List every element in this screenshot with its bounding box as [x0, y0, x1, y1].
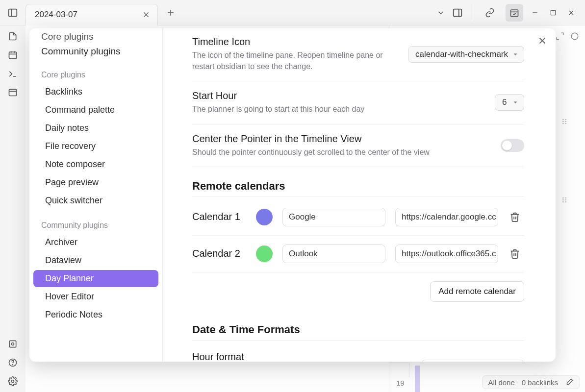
sidebar-item-periodic-notes[interactable]: Periodic Notes	[33, 306, 158, 323]
statusbar: All done 0 backlinks	[482, 375, 580, 389]
setting-title: Center the Pointer in the Timeline View	[192, 133, 491, 145]
file-icon[interactable]	[8, 31, 18, 41]
calendar-name-input[interactable]: Outlook	[282, 245, 385, 263]
timeline-cell	[390, 363, 409, 377]
settings-content[interactable]: Timeline Icon The icon of the timeline p…	[163, 28, 556, 362]
svg-point-29	[562, 121, 564, 122]
calendar-clock-icon[interactable]	[8, 87, 18, 97]
gear-icon[interactable]	[8, 376, 18, 386]
timeline-icon-select[interactable]: calendar-with-checkmark	[408, 46, 524, 63]
trash-icon[interactable]	[508, 212, 522, 222]
svg-marker-42	[514, 102, 517, 104]
center-pointer-toggle[interactable]	[501, 139, 524, 152]
timeline-hour-label: 19	[396, 379, 405, 387]
sidebar-item-page-preview[interactable]: Page preview	[33, 174, 158, 191]
window-close-icon[interactable]	[567, 9, 575, 17]
sidebar-item-backlinks[interactable]: Backlinks	[33, 83, 158, 100]
settings-sidebar[interactable]: Core plugins Community plugins Core plug…	[29, 28, 163, 362]
svg-point-28	[565, 119, 566, 121]
setting-title: Hour format	[192, 351, 411, 362]
status-all-done: All done	[488, 378, 515, 387]
titlebar: 2024-03-07	[0, 0, 585, 25]
svg-rect-8	[511, 10, 518, 16]
separator	[472, 4, 472, 22]
svg-rect-21	[9, 341, 16, 347]
maximize-icon[interactable]	[550, 9, 557, 16]
svg-point-34	[565, 197, 566, 199]
setting-center-pointer: Center the Pointer in the Timeline View …	[192, 124, 524, 167]
trash-icon[interactable]	[508, 248, 522, 259]
new-tab-button[interactable]	[161, 3, 180, 23]
sidebar-item-note-composer[interactable]: Note composer	[33, 156, 158, 173]
minimize-icon[interactable]	[531, 9, 539, 17]
sidebar-item-dataview[interactable]: Dataview	[33, 252, 158, 269]
svg-rect-11	[551, 10, 555, 15]
select-value: 6	[502, 98, 507, 107]
calendar-url-input[interactable]: https://outlook.office365.c	[395, 245, 498, 263]
left-ribbon	[0, 25, 25, 392]
setting-title: Start Hour	[192, 90, 485, 101]
sidebar-item-hover-editor[interactable]: Hover Editor	[33, 288, 158, 305]
svg-rect-6	[454, 9, 462, 16]
chevron-down-icon[interactable]	[436, 8, 445, 17]
calendar-label: Calendar 2	[192, 248, 246, 259]
svg-point-26	[571, 33, 578, 40]
section-remote-calendars: Remote calendars	[192, 167, 524, 197]
sidebar-group-community: Community plugins	[29, 210, 162, 233]
sidebar-item-quick-switcher[interactable]: Quick switcher	[33, 192, 158, 209]
setting-desc: The planner is going to start at this ho…	[192, 103, 485, 115]
vault-icon[interactable]	[8, 339, 18, 349]
sidebar-item-day-planner[interactable]: Day Planner	[33, 270, 158, 287]
calendar-row: Calendar 2Outlookhttps://outlook.office3…	[192, 236, 524, 272]
svg-point-22	[12, 343, 14, 345]
help-icon[interactable]	[8, 358, 18, 368]
calendar-row: Calendar 1Googlehttps://calendar.google.…	[192, 199, 524, 236]
link-icon[interactable]	[481, 4, 499, 22]
svg-point-37	[562, 201, 564, 203]
drag-handle-icon[interactable]	[560, 196, 568, 204]
svg-rect-0	[9, 9, 17, 16]
calendar-label: Calendar 1	[192, 211, 246, 222]
calendar-url-input[interactable]: https://calendar.google.cc	[395, 208, 498, 226]
sidebar-item-file-recovery[interactable]: File recovery	[33, 138, 158, 155]
timeline-marker	[415, 366, 420, 392]
toggle-right-sidebar-icon[interactable]	[452, 7, 463, 18]
expand-icon[interactable]	[556, 32, 564, 41]
sidebar-partial-top[interactable]: Core plugins	[29, 28, 162, 43]
svg-marker-41	[514, 53, 517, 55]
edit-icon[interactable]	[565, 378, 574, 387]
tab-title: 2024-03-07	[35, 10, 77, 20]
status-backlinks: 0 backlinks	[522, 378, 558, 387]
calendar-name-input[interactable]: Google	[282, 208, 385, 226]
svg-point-25	[12, 380, 14, 383]
hour-format-input[interactable]: H	[421, 360, 524, 362]
calendar-icon[interactable]	[8, 50, 18, 60]
setting-title: Timeline Icon	[192, 36, 398, 48]
sidebar-group-core: Core plugins	[29, 60, 162, 82]
sidebar-item-archiver[interactable]: Archiver	[33, 234, 158, 251]
setting-desc: Should the pointer continuously get scro…	[192, 147, 491, 158]
svg-point-31	[562, 123, 564, 124]
add-remote-calendar-button[interactable]: Add remote calendar	[430, 281, 524, 302]
drag-handle-icon[interactable]	[560, 118, 568, 125]
svg-point-24	[13, 365, 13, 365]
select-value: calendar-with-checkmark	[415, 49, 508, 59]
setting-timeline-icon: Timeline Icon The icon of the timeline p…	[192, 33, 524, 81]
svg-point-38	[565, 201, 566, 203]
calendar-color-swatch[interactable]	[256, 245, 273, 262]
start-hour-select[interactable]: 6	[495, 94, 524, 111]
setting-desc: The icon of the timeline pane. Reopen ti…	[192, 49, 398, 72]
calendar-check-icon[interactable]	[506, 4, 523, 22]
settings-modal: Core plugins Community plugins Core plug…	[29, 28, 556, 362]
toggle-sidebar-icon[interactable]	[0, 7, 25, 18]
sidebar-item-community-plugins[interactable]: Community plugins	[29, 43, 162, 60]
chevron-down-icon	[512, 51, 519, 58]
sidebar-item-daily-notes[interactable]: Daily notes	[33, 120, 158, 137]
more-icon[interactable]	[570, 32, 579, 41]
tab-active[interactable]: 2024-03-07	[25, 4, 158, 25]
calendar-color-swatch[interactable]	[256, 209, 273, 225]
svg-point-36	[565, 199, 566, 201]
sidebar-item-command-palette[interactable]: Command palette	[33, 101, 158, 119]
close-icon[interactable]	[142, 10, 151, 19]
terminal-icon[interactable]	[8, 69, 18, 78]
